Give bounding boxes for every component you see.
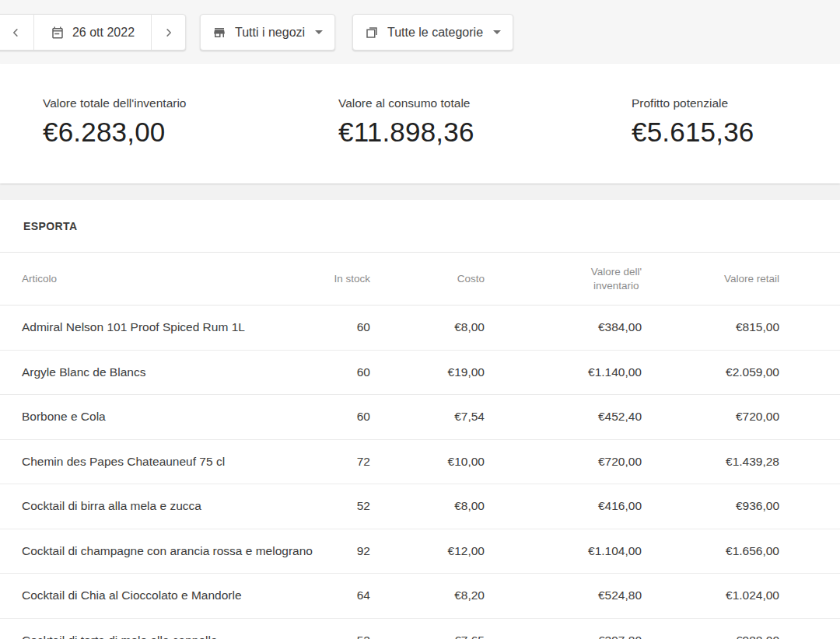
inventory-table-card: ESPORTA Articolo In stock Costo Valore d…	[0, 200, 840, 639]
date-navigator: 26 ott 2022	[0, 14, 186, 51]
table-row[interactable]: Borbone e Cola 60 €7,54 €452,40 €720,00	[0, 395, 840, 440]
categories-icon	[365, 26, 379, 40]
cell-inventory-value: €416,00	[485, 499, 642, 513]
chevron-right-icon	[162, 26, 176, 40]
cell-item: Admiral Nelson 101 Proof Spiced Rum 1L	[22, 320, 308, 334]
caret-down-icon	[315, 30, 323, 34]
cell-item: Cocktail di torta di mele alla cannella	[22, 634, 308, 639]
column-header-item: Articolo	[22, 273, 308, 285]
cell-item: Borbone e Cola	[22, 410, 308, 424]
stat-label: Profitto potenziale	[632, 96, 728, 110]
cell-retail-value: €720,00	[642, 410, 779, 424]
cell-inventory-value: €524,80	[485, 588, 642, 602]
cell-inventory-value: €720,00	[485, 455, 642, 469]
cell-cost: €7,54	[370, 410, 485, 424]
table-row[interactable]: Argyle Blanc de Blancs 60 €19,00 €1.140,…	[0, 351, 840, 396]
chevron-left-icon	[9, 26, 23, 40]
cell-inventory-value: €384,00	[485, 320, 642, 334]
stat-value: €11.898,36	[338, 117, 474, 148]
cell-in-stock: 72	[308, 455, 370, 469]
calendar-icon	[51, 26, 65, 40]
date-picker-button[interactable]: 26 ott 2022	[33, 15, 151, 50]
column-header-in-stock: In stock	[308, 273, 370, 285]
table-row[interactable]: Chemin des Papes Chateauneuf 75 cl 72 €1…	[0, 440, 840, 485]
cell-item: Cocktail di birra alla mela e zucca	[22, 499, 308, 513]
export-button[interactable]: ESPORTA	[22, 212, 79, 240]
cell-cost: €8,20	[370, 588, 485, 602]
cell-retail-value: €1.439,28	[642, 455, 779, 469]
cell-retail-value: €815,00	[642, 320, 779, 334]
table-row[interactable]: Cocktail di birra alla mela e zucca 52 €…	[0, 484, 840, 529]
cell-cost: €7,65	[370, 634, 485, 639]
table-row[interactable]: Cocktail di torta di mele alla cannella …	[0, 619, 840, 639]
cell-in-stock: 52	[308, 634, 370, 639]
column-header-inventory-value: Valore dell' inventario	[485, 265, 642, 293]
column-header-retail-value: Valore retail	[642, 273, 779, 285]
table-actions-row: ESPORTA	[0, 200, 840, 253]
cell-retail-value: €988,00	[642, 634, 779, 639]
cell-inventory-value: €1.104,00	[485, 544, 642, 558]
toolbar: 26 ott 2022 Tutti i negozi Tutte le cate…	[0, 0, 840, 64]
cell-retail-value: €936,00	[642, 499, 779, 513]
cell-cost: €12,00	[370, 544, 485, 558]
cell-in-stock: 52	[308, 499, 370, 513]
cell-cost: €8,00	[370, 320, 485, 334]
cell-item: Chemin des Papes Chateauneuf 75 cl	[22, 455, 308, 469]
table-header-row: Articolo In stock Costo Valore dell' inv…	[0, 253, 840, 306]
stores-filter-label: Tutti i negozi	[235, 26, 305, 40]
cell-retail-value: €1.656,00	[642, 544, 779, 558]
cell-inventory-value: €397,80	[485, 634, 642, 639]
column-header-cost: Costo	[370, 273, 485, 285]
previous-date-button[interactable]	[0, 15, 33, 50]
stat-value: €5.615,36	[632, 117, 754, 148]
store-icon	[212, 26, 226, 40]
cell-retail-value: €1.024,00	[642, 588, 779, 602]
stat-label: Valore al consumo totale	[338, 96, 470, 110]
cell-in-stock: 64	[308, 588, 370, 602]
table-row[interactable]: Cocktail di champagne con arancia rossa …	[0, 529, 840, 574]
cell-inventory-value: €452,40	[485, 410, 642, 424]
cell-cost: €8,00	[370, 499, 485, 513]
cell-item: Argyle Blanc de Blancs	[22, 365, 308, 379]
selected-date: 26 ott 2022	[72, 26, 135, 40]
cell-cost: €10,00	[370, 455, 485, 469]
categories-filter-dropdown[interactable]: Tutte le categorie	[352, 14, 513, 51]
summary-card: Valore totale dell'inventario €6.283,00 …	[0, 64, 840, 183]
stat-value: €6.283,00	[43, 117, 166, 148]
categories-filter-label: Tutte le categorie	[387, 26, 483, 40]
table-row[interactable]: Admiral Nelson 101 Proof Spiced Rum 1L 6…	[0, 306, 840, 351]
cell-item: Cocktail di Chia al Cioccolato e Mandorl…	[22, 588, 308, 602]
next-date-button[interactable]	[151, 15, 185, 50]
cell-cost: €19,00	[370, 365, 485, 379]
cell-in-stock: 60	[308, 365, 370, 379]
cell-in-stock: 60	[308, 410, 370, 424]
stat-label: Valore totale dell'inventario	[43, 96, 186, 110]
cell-in-stock: 60	[308, 320, 370, 334]
cell-in-stock: 92	[308, 544, 370, 558]
cell-retail-value: €2.059,00	[642, 365, 779, 379]
stores-filter-dropdown[interactable]: Tutti i negozi	[200, 14, 335, 51]
caret-down-icon	[493, 30, 501, 34]
table-row[interactable]: Cocktail di Chia al Cioccolato e Mandorl…	[0, 574, 840, 619]
cell-item: Cocktail di champagne con arancia rossa …	[22, 544, 308, 558]
cell-inventory-value: €1.140,00	[485, 365, 642, 379]
